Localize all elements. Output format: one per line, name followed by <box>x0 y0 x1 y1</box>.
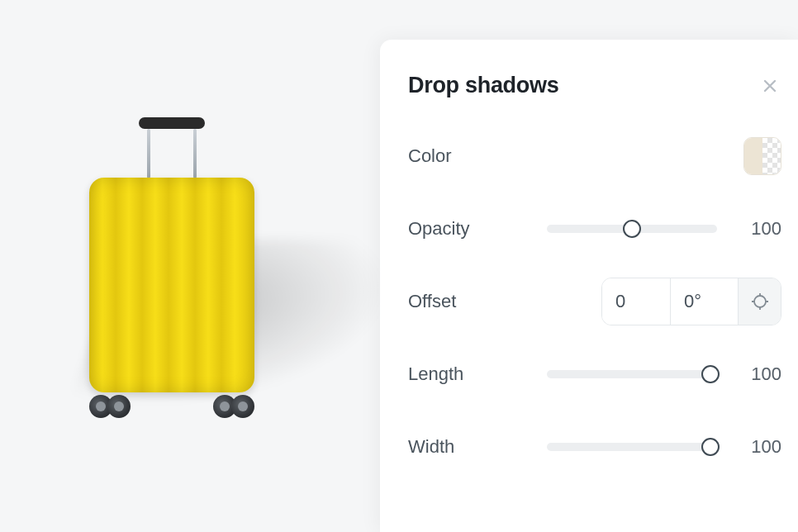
suitcase-handle-post <box>147 129 150 178</box>
suitcase-handle-post <box>193 129 197 178</box>
close-icon <box>762 78 778 94</box>
suitcase-body <box>89 178 254 392</box>
width-label: Width <box>408 436 547 458</box>
length-row: Length 100 <box>408 353 781 396</box>
color-swatch-alpha <box>762 138 781 174</box>
color-swatch[interactable] <box>743 137 781 175</box>
width-row: Width 100 <box>408 425 781 468</box>
suitcase-wheel <box>107 395 131 418</box>
opacity-label: Opacity <box>408 218 547 240</box>
opacity-slider-thumb[interactable] <box>623 220 641 238</box>
opacity-value[interactable]: 100 <box>735 218 781 240</box>
length-label: Length <box>408 363 547 385</box>
crosshair-icon <box>751 292 769 311</box>
width-value[interactable]: 100 <box>735 436 781 458</box>
svg-point-0 <box>754 296 766 307</box>
suitcase-wheel <box>231 395 254 418</box>
drop-shadows-panel: Drop shadows Color Opacity 100 Offset <box>380 40 798 532</box>
offset-target-button[interactable] <box>738 278 781 325</box>
offset-label: Offset <box>408 291 547 312</box>
close-button[interactable] <box>758 74 781 97</box>
preview-canvas <box>0 0 380 532</box>
length-value[interactable]: 100 <box>735 363 781 385</box>
opacity-slider[interactable] <box>547 225 717 233</box>
offset-row: Offset 0 0° <box>408 280 781 323</box>
panel-title: Drop shadows <box>408 73 558 98</box>
opacity-row: Opacity 100 <box>408 207 781 250</box>
offset-angle-input[interactable]: 0° <box>670 278 738 325</box>
width-slider[interactable] <box>547 443 717 451</box>
offset-input-group: 0 0° <box>601 278 781 325</box>
suitcase-handle <box>139 117 205 129</box>
color-swatch-solid <box>744 138 762 174</box>
length-slider[interactable] <box>547 370 717 378</box>
color-label: Color <box>408 145 547 167</box>
color-row: Color <box>408 135 781 178</box>
panel-header: Drop shadows <box>408 73 781 98</box>
width-slider-thumb[interactable] <box>701 438 720 456</box>
offset-distance-input[interactable]: 0 <box>602 278 670 325</box>
length-slider-thumb[interactable] <box>701 365 720 383</box>
